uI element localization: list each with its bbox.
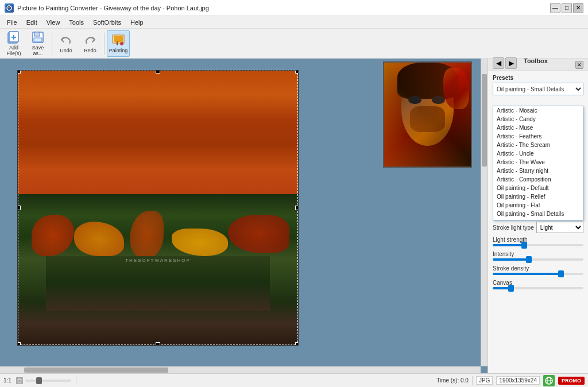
toolbox-close-button[interactable]: ✕	[575, 61, 583, 69]
stroke-light-type-row: Stroke light type Light None Medium Stro…	[493, 222, 583, 233]
painting-label: Painting	[109, 48, 128, 54]
title-bar-controls: — □ ✕	[550, 3, 583, 13]
dropdown-item[interactable]: Oil painting - Small Details	[493, 210, 583, 218]
app-icon	[5, 3, 14, 13]
intensity-track[interactable]	[493, 258, 583, 261]
zoom-fit-icon[interactable]	[16, 377, 23, 384]
light-strength-thumb[interactable]	[521, 242, 527, 249]
toolbox-body: Presets Artistic - MosaicArtistic - Cand…	[488, 71, 588, 373]
horizontal-scroll-thumb[interactable]	[24, 367, 168, 373]
save-as-button[interactable]: Saveas...	[26, 30, 49, 57]
svg-rect-7	[34, 32, 40, 36]
toolbox-back-button[interactable]: ◀	[493, 57, 504, 69]
horizontal-scrollbar[interactable]	[0, 366, 481, 373]
menu-view[interactable]: View	[42, 16, 65, 29]
light-strength-fill	[493, 244, 524, 246]
save-as-label: Saveas...	[32, 45, 44, 57]
canvas-area[interactable]: THESOFTWARESHOP	[0, 59, 488, 373]
preset-select[interactable]: Artistic - MosaicArtistic - CandyArtisti…	[493, 83, 583, 95]
title-bar-left: Picture to Painting Converter - Giveaway…	[5, 3, 209, 13]
dropdown-item[interactable]: Oil painting - Relief	[493, 192, 583, 201]
dropdown-item[interactable]: Artistic - Candy	[493, 115, 583, 123]
toolbox-forward-button[interactable]: ▶	[505, 57, 517, 69]
stroke-density-track[interactable]	[493, 273, 583, 275]
canvas-thumb[interactable]	[508, 285, 514, 292]
title-text: Picture to Painting Converter - Giveaway…	[17, 5, 209, 11]
painting-button[interactable]: Painting	[107, 30, 130, 57]
dropdown-item[interactable]: Artistic - Feathers	[493, 132, 583, 141]
close-button[interactable]: ✕	[573, 3, 583, 13]
status-format: JPG	[476, 376, 493, 385]
canvas-label: Canvas	[493, 280, 583, 286]
portrait-preview	[383, 61, 472, 168]
painting-background: THESOFTWARESHOP	[18, 71, 298, 345]
menu-file[interactable]: File	[2, 16, 22, 29]
menu-help[interactable]: Help	[126, 16, 148, 29]
painting-canvas: THESOFTWARESHOP	[17, 70, 299, 346]
dropdown-item[interactable]: Artistic - Composition	[493, 175, 583, 184]
dropdown-item[interactable]: Oil painting - Light	[493, 218, 583, 220]
status-zoom: 1:1	[3, 377, 11, 384]
dropdown-item[interactable]: Oil painting - Default	[493, 184, 583, 192]
menu-edit[interactable]: Edit	[22, 16, 42, 29]
minimize-button[interactable]: —	[550, 3, 560, 13]
svg-point-11	[120, 42, 123, 45]
maximize-button[interactable]: □	[562, 3, 572, 13]
undo-label: Undo	[60, 48, 72, 54]
sliders-section: Stroke light type Light None Medium Stro…	[493, 222, 583, 289]
svg-rect-14	[18, 380, 21, 382]
menu-bar: File Edit View Tools SoftOrbits Help	[0, 16, 588, 29]
painting-icon	[111, 33, 125, 47]
toolbox-header: ◀ ▶ Toolbox ✕	[488, 59, 588, 71]
light-strength-track[interactable]	[493, 244, 583, 246]
dropdown-item[interactable]: Artistic - Muse	[493, 123, 583, 132]
intensity-fill	[493, 258, 529, 261]
stroke-density-label: Stroke density	[493, 265, 583, 272]
toolbar: AddFile(s) Saveas... Undo Redo	[0, 29, 588, 59]
toolbox-panel: ◀ ▶ Toolbox ✕ Presets Artistic - MosaicA…	[488, 59, 588, 373]
promo-badge[interactable]: PROMO	[558, 377, 585, 385]
presets-label: Presets	[493, 75, 583, 81]
redo-label: Redo	[84, 48, 96, 54]
status-dimensions: 1900x1359x24	[496, 376, 540, 385]
redo-button[interactable]: Redo	[79, 30, 102, 57]
canvas-scroll: THESOFTWARESHOP	[0, 59, 481, 366]
preset-dropdown[interactable]: Artistic - MosaicArtistic - CandyArtisti…	[493, 106, 583, 220]
menu-softorbits[interactable]: SoftOrbits	[88, 16, 126, 29]
undo-button[interactable]: Undo	[55, 30, 78, 57]
zoom-track[interactable]	[25, 380, 71, 382]
vertical-scroll-thumb[interactable]	[482, 74, 487, 167]
stroke-light-type-select[interactable]: Light None Medium Strong	[536, 222, 583, 233]
stroke-density-fill	[493, 273, 561, 275]
vertical-scrollbar[interactable]	[481, 59, 488, 366]
dropdown-item[interactable]: Oil painting - Flat	[493, 201, 583, 210]
add-files-button[interactable]: AddFile(s)	[2, 30, 25, 57]
intensity-thumb[interactable]	[526, 256, 532, 263]
toolbox-title: Toolbox	[524, 57, 548, 69]
status-time-label: Time (s): 0.0	[436, 377, 469, 384]
canvas-row: Canvas	[493, 280, 583, 289]
portrait-art-overlay	[384, 63, 471, 167]
main-area: THESOFTWARESHOP	[0, 59, 588, 373]
menu-tools[interactable]: Tools	[64, 16, 88, 29]
stroke-density-thumb[interactable]	[558, 270, 564, 277]
dropdown-item[interactable]: Artistic - Mosaic	[493, 106, 583, 115]
toolbar-separator-2	[104, 33, 105, 55]
status-right: Time (s): 0.0 JPG 1900x1359x24 PROMO	[436, 375, 585, 386]
globe-icon[interactable]	[543, 375, 555, 386]
stroke-light-type-label: Stroke light type	[493, 225, 534, 231]
zoom-thumb[interactable]	[36, 377, 42, 384]
svg-rect-10	[114, 36, 123, 42]
toolbox-nav: ◀ ▶ Toolbox	[493, 57, 548, 69]
dropdown-item[interactable]: Artistic - The Wave	[493, 158, 583, 167]
status-sep-1	[76, 376, 76, 385]
dropdown-item[interactable]: Artistic - The Scream	[493, 141, 583, 149]
status-sep-2	[472, 376, 473, 385]
canvas-track[interactable]	[493, 287, 583, 289]
watermark: THESOFTWARESHOP	[125, 258, 191, 263]
dropdown-item[interactable]: Artistic - Uncle	[493, 149, 583, 158]
dropdown-item[interactable]: Artistic - Starry night	[493, 167, 583, 175]
title-bar: Picture to Painting Converter - Giveaway…	[0, 0, 588, 16]
undo-icon	[59, 33, 73, 47]
save-as-icon	[31, 30, 45, 44]
